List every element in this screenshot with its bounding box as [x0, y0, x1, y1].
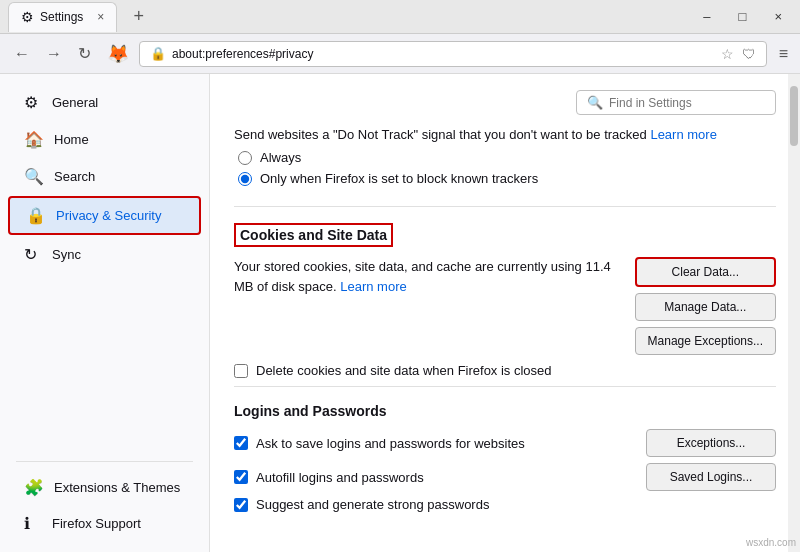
autofill-left: Autofill logins and passwords	[234, 470, 424, 485]
autofill-row: Autofill logins and passwords Saved Logi…	[234, 463, 776, 491]
dnt-block-radio[interactable]	[238, 172, 252, 186]
dnt-always-radio[interactable]	[238, 151, 252, 165]
search-icon: 🔍	[24, 167, 44, 186]
cookies-description: Your stored cookies, site data, and cach…	[234, 257, 623, 296]
delete-cookies-checkbox-row[interactable]: Delete cookies and site data when Firefo…	[234, 363, 776, 378]
bookmark-icon[interactable]: ☆	[721, 46, 734, 62]
close-button[interactable]: ×	[764, 5, 792, 28]
extensions-icon: 🧩	[24, 478, 44, 497]
minimize-button[interactable]: –	[693, 5, 720, 28]
dnt-block-option[interactable]: Only when Firefox is set to block known …	[238, 171, 776, 186]
suggest-checkbox[interactable]	[234, 498, 248, 512]
reload-button[interactable]: ↻	[72, 40, 97, 67]
sidebar-label-privacy: Privacy & Security	[56, 208, 161, 223]
dnt-always-label: Always	[260, 150, 301, 165]
cookies-section-title: Cookies and Site Data	[234, 223, 393, 247]
address-lock-icon: 🔒	[150, 46, 166, 61]
suggest-label: Suggest and generate strong passwords	[256, 497, 489, 512]
back-button[interactable]: ←	[8, 41, 36, 67]
shield-icon: 🛡	[742, 46, 756, 62]
delete-cookies-label: Delete cookies and site data when Firefo…	[256, 363, 552, 378]
suggest-row: Suggest and generate strong passwords	[234, 497, 776, 512]
cookies-section: Cookies and Site Data Your stored cookie…	[234, 206, 776, 378]
find-settings-bar: 🔍	[234, 90, 776, 115]
sidebar-item-general[interactable]: ⚙ General	[8, 85, 201, 120]
sidebar-label-sync: Sync	[52, 247, 81, 262]
dnt-radio-group: Always Only when Firefox is set to block…	[238, 150, 776, 186]
dnt-description: Send websites a "Do Not Track" signal th…	[234, 127, 776, 142]
suggest-left: Suggest and generate strong passwords	[234, 497, 489, 512]
sidebar-label-general: General	[52, 95, 98, 110]
new-tab-button[interactable]: +	[125, 4, 152, 29]
content-area: 🔍 Send websites a "Do Not Track" signal …	[210, 74, 800, 552]
sidebar-item-extensions[interactable]: 🧩 Extensions & Themes	[8, 470, 201, 505]
sidebar-divider	[16, 461, 193, 462]
toolbar-icons: ≡	[775, 41, 792, 67]
nav-bar: ← → ↻ 🦊 🔒 about:preferences#privacy ☆ 🛡 …	[0, 34, 800, 74]
title-bar: ⚙ Settings × + – □ ×	[0, 0, 800, 34]
main-container: ⚙ General 🏠 Home 🔍 Search 🔒 Privacy & Se…	[0, 74, 800, 552]
dnt-always-option[interactable]: Always	[238, 150, 776, 165]
manage-exceptions-button[interactable]: Manage Exceptions...	[635, 327, 776, 355]
watermark: wsxdn.com	[746, 537, 796, 548]
privacy-icon: 🔒	[26, 206, 46, 225]
cookies-buttons: Clear Data... Manage Data... Manage Exce…	[635, 257, 776, 355]
scrollbar-thumb[interactable]	[790, 86, 798, 146]
forward-button[interactable]: →	[40, 41, 68, 67]
sidebar-label-extensions: Extensions & Themes	[54, 480, 180, 495]
delete-cookies-checkbox[interactable]	[234, 364, 248, 378]
browser-tab[interactable]: ⚙ Settings ×	[8, 2, 117, 32]
sidebar-label-home: Home	[54, 132, 89, 147]
cookies-learn-more-link[interactable]: Learn more	[340, 279, 406, 294]
find-settings-input[interactable]: 🔍	[576, 90, 776, 115]
window-controls: – □ ×	[693, 5, 792, 28]
sidebar-item-sync[interactable]: ↻ Sync	[8, 237, 201, 272]
sidebar-item-privacy[interactable]: 🔒 Privacy & Security	[8, 196, 201, 235]
sidebar-label-support: Firefox Support	[52, 516, 141, 531]
tab-close-button[interactable]: ×	[97, 10, 104, 24]
home-icon: 🏠	[24, 130, 44, 149]
address-bar-icons: ☆ 🛡	[721, 46, 756, 62]
clear-data-button[interactable]: Clear Data...	[635, 257, 776, 287]
sidebar-label-search: Search	[54, 169, 95, 184]
menu-button[interactable]: ≡	[775, 41, 792, 67]
save-logins-row: Ask to save logins and passwords for web…	[234, 429, 776, 457]
save-logins-label: Ask to save logins and passwords for web…	[256, 436, 525, 451]
dnt-learn-more-link[interactable]: Learn more	[650, 127, 716, 142]
sidebar-item-home[interactable]: 🏠 Home	[8, 122, 201, 157]
find-icon: 🔍	[587, 95, 603, 110]
dnt-section: Send websites a "Do Not Track" signal th…	[234, 127, 776, 186]
sidebar-bottom: 🧩 Extensions & Themes ℹ Firefox Support	[0, 453, 209, 542]
support-icon: ℹ	[24, 514, 42, 533]
tab-label: Settings	[40, 10, 83, 24]
scrollbar-track[interactable]	[788, 74, 800, 552]
autofill-checkbox[interactable]	[234, 470, 248, 484]
sidebar-item-search[interactable]: 🔍 Search	[8, 159, 201, 194]
save-logins-left: Ask to save logins and passwords for web…	[234, 436, 525, 451]
address-bar[interactable]: 🔒 about:preferences#privacy ☆ 🛡	[139, 41, 767, 67]
autofill-label: Autofill logins and passwords	[256, 470, 424, 485]
logins-section: Logins and Passwords Ask to save logins …	[234, 386, 776, 512]
manage-data-button[interactable]: Manage Data...	[635, 293, 776, 321]
address-text: about:preferences#privacy	[172, 47, 715, 61]
exceptions-button[interactable]: Exceptions...	[646, 429, 776, 457]
firefox-logo: 🦊	[107, 43, 129, 65]
maximize-button[interactable]: □	[729, 5, 757, 28]
save-logins-checkbox[interactable]	[234, 436, 248, 450]
sidebar: ⚙ General 🏠 Home 🔍 Search 🔒 Privacy & Se…	[0, 74, 210, 552]
cookies-info: Your stored cookies, site data, and cach…	[234, 257, 776, 355]
tab-favicon: ⚙	[21, 9, 34, 25]
logins-title: Logins and Passwords	[234, 403, 776, 419]
sidebar-item-support[interactable]: ℹ Firefox Support	[8, 506, 201, 541]
dnt-block-label: Only when Firefox is set to block known …	[260, 171, 538, 186]
sync-icon: ↻	[24, 245, 42, 264]
saved-logins-button[interactable]: Saved Logins...	[646, 463, 776, 491]
general-icon: ⚙	[24, 93, 42, 112]
find-settings-field[interactable]	[609, 96, 765, 110]
